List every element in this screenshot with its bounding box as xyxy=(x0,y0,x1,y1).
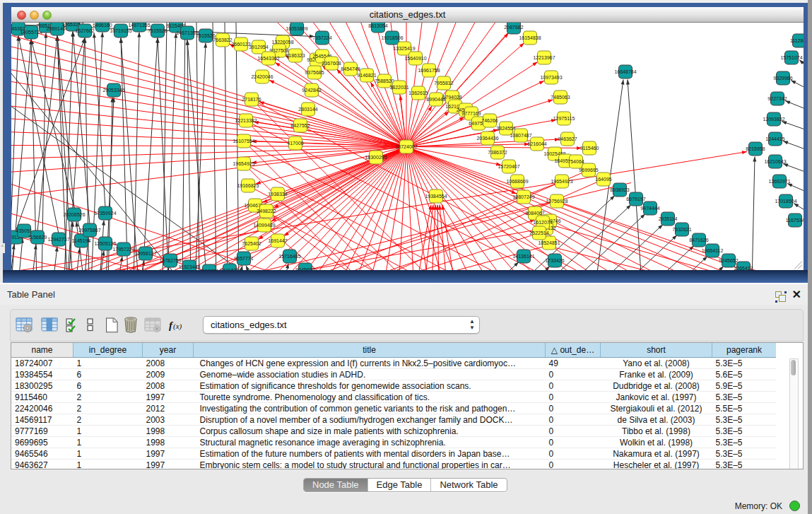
svg-text:19384554: 19384554 xyxy=(425,194,447,199)
svg-text:18524851: 18524851 xyxy=(538,240,560,245)
svg-text:17359924: 17359924 xyxy=(94,211,116,216)
svg-text:6466160: 6466160 xyxy=(93,23,112,28)
svg-text:9084067: 9084067 xyxy=(525,211,544,216)
svg-text:15716485: 15716485 xyxy=(278,254,300,259)
svg-text:10688609: 10688609 xyxy=(506,179,528,184)
svg-text:14099489: 14099489 xyxy=(253,223,275,228)
svg-text:18724007: 18724007 xyxy=(395,144,417,149)
svg-text:9245652: 9245652 xyxy=(295,267,314,270)
svg-text:9242843: 9242843 xyxy=(302,88,321,93)
svg-text:746266: 746266 xyxy=(481,118,498,123)
svg-text:7386372: 7386372 xyxy=(488,150,507,155)
svg-text:1112843: 1112843 xyxy=(790,38,804,43)
svg-text:2803144: 2803144 xyxy=(298,107,317,112)
svg-text:8813054: 8813054 xyxy=(368,23,387,28)
svg-text:8215958: 8215958 xyxy=(746,146,765,151)
svg-text:7515526: 7515526 xyxy=(148,28,167,33)
svg-text:9115460: 9115460 xyxy=(580,146,599,151)
svg-text:8454749: 8454749 xyxy=(341,66,360,71)
svg-text:10807487: 10807487 xyxy=(510,133,531,138)
svg-text:2935114: 2935114 xyxy=(659,216,678,221)
svg-text:14055724: 14055724 xyxy=(20,30,42,35)
svg-text:435051: 435051 xyxy=(16,228,32,233)
svg-text:18807249: 18807249 xyxy=(512,194,534,199)
svg-text:1145194: 1145194 xyxy=(72,238,91,243)
svg-text:9657771: 9657771 xyxy=(234,256,253,261)
svg-text:20206526: 20206526 xyxy=(63,212,85,217)
svg-text:8471626: 8471626 xyxy=(220,268,239,270)
svg-text:14671355: 14671355 xyxy=(176,30,198,35)
svg-text:1362615: 1362615 xyxy=(408,90,428,95)
svg-text:12213967: 12213967 xyxy=(533,55,555,60)
svg-text:20364436: 20364436 xyxy=(476,136,498,141)
svg-text:10958127: 10958127 xyxy=(134,251,156,256)
svg-text:19654923: 19654923 xyxy=(551,179,572,184)
svg-text:15640910: 15640910 xyxy=(404,56,426,61)
svg-text:9227342: 9227342 xyxy=(767,96,787,101)
svg-text:7357224: 7357224 xyxy=(312,35,331,40)
svg-text:9375685: 9375685 xyxy=(305,70,324,75)
svg-text:9777169: 9777169 xyxy=(461,111,481,116)
svg-text:2087682: 2087682 xyxy=(504,25,523,30)
svg-text:7485063: 7485063 xyxy=(551,95,570,100)
svg-text:8186323: 8186323 xyxy=(286,53,305,58)
svg-text:13692971: 13692971 xyxy=(768,179,790,184)
svg-text:8938923: 8938923 xyxy=(610,187,629,192)
svg-text:10756928: 10756928 xyxy=(546,199,567,204)
svg-text:2367608: 2367608 xyxy=(322,61,341,66)
svg-text:12975115: 12975115 xyxy=(553,116,575,121)
svg-text:164095: 164095 xyxy=(595,177,611,182)
svg-text:9657771: 9657771 xyxy=(199,269,218,270)
svg-text:10719155: 10719155 xyxy=(110,28,131,33)
svg-text:16210643: 16210643 xyxy=(764,159,786,164)
svg-text:19218506: 19218506 xyxy=(381,35,403,40)
svg-text:(x): (x) xyxy=(173,322,182,331)
svg-text:12213382: 12213382 xyxy=(235,118,257,123)
svg-text:9474444: 9474444 xyxy=(640,206,659,211)
svg-text:754064: 754064 xyxy=(567,159,584,164)
svg-text:6794028: 6794028 xyxy=(442,95,461,100)
svg-text:12505135: 12505135 xyxy=(94,241,116,246)
svg-text:1167534: 1167534 xyxy=(786,218,804,223)
svg-text:9245652: 9245652 xyxy=(719,258,738,263)
svg-text:3498222: 3498222 xyxy=(257,209,276,214)
svg-text:1938334: 1938334 xyxy=(268,192,287,197)
svg-text:9329966: 9329966 xyxy=(773,76,792,81)
svg-text:3912954: 3912954 xyxy=(249,45,268,49)
svg-text:20691406: 20691406 xyxy=(46,26,68,31)
svg-text:7588520: 7588520 xyxy=(375,78,394,83)
svg-text:14136141: 14136141 xyxy=(512,254,534,259)
svg-text:3822031: 3822031 xyxy=(389,85,408,90)
svg-text:16961758: 16961758 xyxy=(418,68,440,73)
svg-text:3660123: 3660123 xyxy=(231,42,250,47)
svg-text:1065412: 1065412 xyxy=(734,266,753,270)
svg-text:11923448: 11923448 xyxy=(179,264,201,269)
svg-text:1691447: 1691447 xyxy=(268,238,287,243)
svg-text:8471626: 8471626 xyxy=(689,238,708,243)
svg-text:2718176: 2718176 xyxy=(242,97,261,102)
svg-text:16648784: 16648784 xyxy=(614,69,636,74)
svg-text:29053346: 29053346 xyxy=(102,88,124,93)
svg-text:10654112: 10654112 xyxy=(702,248,724,253)
svg-text:1612074: 1612074 xyxy=(533,220,552,225)
svg-text:16053809: 16053809 xyxy=(286,26,307,31)
svg-text:417006: 417006 xyxy=(287,141,303,146)
svg-text:9463627: 9463627 xyxy=(558,136,577,141)
svg-text:6216044: 6216044 xyxy=(527,141,546,146)
svg-text:18300295: 18300295 xyxy=(365,155,387,160)
svg-text:16154838: 16154838 xyxy=(519,35,541,40)
svg-text:10973493: 10973493 xyxy=(540,75,562,80)
svg-text:20975867: 20975867 xyxy=(78,228,100,233)
svg-text:15751074: 15751074 xyxy=(780,55,802,60)
svg-text:7955812: 7955812 xyxy=(434,81,453,86)
svg-text:7625402: 7625402 xyxy=(242,241,261,246)
svg-text:14671355: 14671355 xyxy=(128,23,150,28)
svg-text:17957223: 17957223 xyxy=(112,247,134,252)
svg-text:9699695: 9699695 xyxy=(579,168,598,173)
svg-text:12093832: 12093832 xyxy=(763,117,784,122)
svg-text:19166825: 19166825 xyxy=(237,183,259,188)
svg-text:22420046: 22420046 xyxy=(251,74,273,79)
svg-text:1156829: 1156829 xyxy=(28,235,47,240)
svg-text:17018504: 17018504 xyxy=(775,199,796,204)
svg-text:19654925: 19654925 xyxy=(233,161,254,166)
